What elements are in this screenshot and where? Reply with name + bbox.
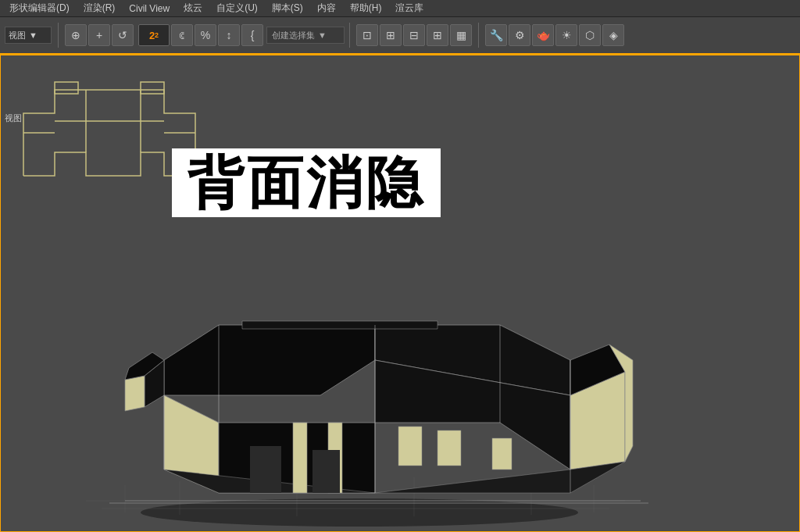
menu-shape-editor[interactable]: 形状编辑器(D) — [3, 0, 76, 16]
cup-btn[interactable]: 🫖 — [532, 24, 554, 46]
menu-help[interactable]: 帮助(H) — [344, 0, 388, 16]
nav-group: ⊕ + ↺ — [63, 24, 135, 46]
svg-marker-16 — [164, 325, 375, 395]
svg-rect-31 — [250, 446, 281, 493]
svg-marker-25 — [125, 376, 145, 411]
menu-civil-view[interactable]: Civil View — [123, 2, 176, 16]
svg-rect-32 — [312, 450, 340, 493]
orbit-icon: ↺ — [118, 29, 127, 41]
svg-rect-29 — [293, 423, 307, 493]
menu-render[interactable]: 渲染(R) — [77, 0, 122, 16]
number-group: 22 ꀯ % ↕ { — [137, 24, 265, 46]
menu-render-lib[interactable]: 渲云库 — [389, 0, 430, 16]
svg-rect-6 — [141, 82, 164, 94]
viewport-label-text: 视图 — [5, 112, 22, 124]
b-icon: ꀯ — [177, 29, 188, 41]
wrench-icon: 🔧 — [490, 29, 503, 41]
backface-cull-text: 背面消隐 — [188, 152, 425, 214]
btn-arrows[interactable]: ↕ — [218, 24, 240, 46]
svg-marker-18 — [242, 321, 438, 329]
menu-yun[interactable]: 炫云 — [177, 0, 209, 16]
create-selection-label: 创建选择集 — [272, 30, 315, 41]
svg-point-7 — [141, 498, 578, 527]
right-tools: 🔧 ⚙ 🫖 ☀ ⬡ ◈ — [484, 24, 626, 46]
zoom-icon: + — [96, 29, 102, 41]
teapot-icon: 🫖 — [537, 29, 550, 41]
tools-group: ⊡ ⊞ ⊟ ⊞ ▦ — [355, 24, 473, 46]
menu-customize[interactable]: 自定义(U) — [210, 0, 264, 16]
arrows-icon: ↕ — [227, 29, 232, 41]
grid-icon: ⊟ — [409, 29, 419, 41]
btn-b[interactable]: ꀯ — [171, 24, 193, 46]
pan-button[interactable]: ⊕ — [65, 24, 87, 46]
number-display: 22 — [138, 24, 170, 46]
main-toolbar: 视图 ▼ ⊕ + ↺ 22 ꀯ % ↕ { 创建 — [0, 17, 800, 55]
menu-bar: 形状编辑器(D) 渲染(R) Civil View 炫云 自定义(U) 脚本(S… — [0, 0, 800, 17]
move-icon: ⊞ — [386, 29, 395, 41]
gear-icon: ⚙ — [515, 29, 525, 41]
layout-btn[interactable]: ⊞ — [427, 24, 448, 46]
svg-rect-5 — [55, 82, 78, 94]
svg-rect-34 — [438, 430, 461, 466]
selection-arrow-icon: ▼ — [318, 30, 327, 40]
view-dropdown[interactable]: 视图 ▼ — [5, 27, 52, 44]
svg-rect-33 — [398, 427, 422, 466]
sep2 — [349, 23, 350, 48]
brace-icon: { — [251, 29, 255, 41]
create-selection-set[interactable]: 创建选择集 ▼ — [266, 27, 345, 44]
tile-btn[interactable]: ▦ — [450, 24, 472, 46]
sun-btn[interactable]: ☀ — [555, 24, 577, 46]
sun-icon: ☀ — [562, 29, 572, 41]
sep3 — [478, 23, 479, 48]
wrench-btn[interactable]: 🔧 — [485, 24, 507, 46]
backface-cull-label: 背面消隐 — [172, 148, 441, 217]
main-viewport[interactable]: 背面消隐 — [0, 55, 800, 532]
select-icon: ⊡ — [362, 29, 372, 41]
move-tool-btn[interactable]: ⊞ — [380, 24, 402, 46]
layout-icon: ⊞ — [433, 29, 442, 41]
settings-btn[interactable]: ⚙ — [509, 24, 530, 46]
extra1-btn[interactable]: ⬡ — [579, 24, 601, 46]
pan-icon: ⊕ — [71, 29, 80, 41]
tile-icon: ▦ — [456, 29, 466, 41]
svg-rect-35 — [492, 438, 512, 470]
grid-tool-btn[interactable]: ⊟ — [403, 24, 425, 46]
btn-percent[interactable]: % — [195, 24, 216, 46]
menu-scripts[interactable]: 脚本(S) — [266, 0, 309, 16]
extra2-btn[interactable]: ◈ — [602, 24, 624, 46]
building-3d — [62, 204, 648, 532]
orbit-button[interactable]: ↺ — [112, 24, 134, 46]
menu-content[interactable]: 内容 — [311, 0, 342, 16]
select-tool-btn[interactable]: ⊡ — [356, 24, 378, 46]
extra2-icon: ◈ — [609, 29, 618, 41]
sep1 — [58, 23, 59, 48]
zoom-button[interactable]: + — [88, 24, 110, 46]
dropdown-arrow-icon: ▼ — [29, 30, 38, 40]
view-dropdown-label: 视图 — [9, 30, 26, 41]
btn-brace[interactable]: { — [241, 24, 263, 46]
view-dropdown-group: 视图 ▼ — [3, 27, 53, 44]
percent-icon: % — [201, 29, 210, 41]
extra1-icon: ⬡ — [585, 29, 595, 41]
